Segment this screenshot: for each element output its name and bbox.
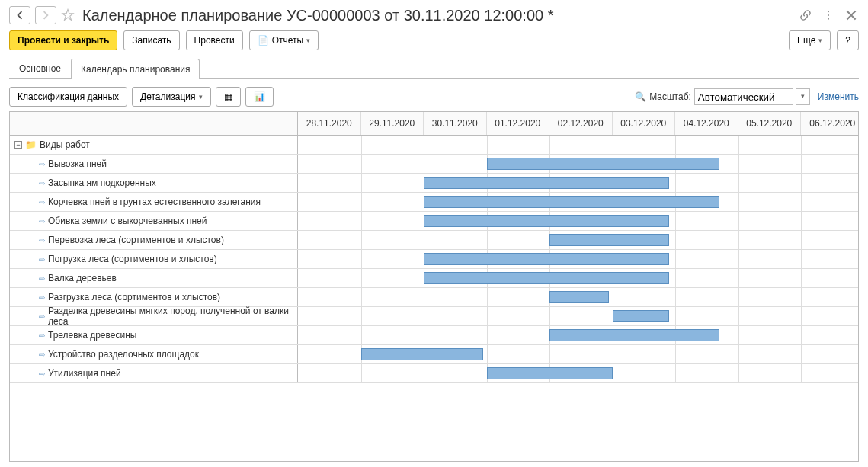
more-icon[interactable] [821, 8, 836, 23]
date-header: 28.11.2020 [298, 112, 361, 135]
link-icon[interactable] [798, 8, 813, 23]
chart-icon: 📊 [254, 91, 265, 102]
task-label: Трелевка древесины [48, 330, 136, 341]
task-row[interactable]: ⇨Корчевка пней в грунтах естественного з… [10, 193, 298, 211]
help-button[interactable]: ? [837, 30, 859, 50]
task-row[interactable]: ⇨Разгрузка леса (сортиментов и хлыстов) [10, 288, 298, 306]
tab-calendar[interactable]: Календарь планирования [71, 59, 200, 79]
star-icon[interactable] [61, 8, 75, 22]
task-row[interactable]: ⇨Погрузка леса (сортиментов и хлыстов) [10, 250, 298, 268]
scale-dropdown[interactable]: ▾ [796, 88, 810, 105]
task-label: Засыпка ям подкоренных [48, 178, 156, 188]
date-header: 01.12.2020 [487, 112, 550, 135]
task-icon: ⇨ [39, 160, 45, 168]
gantt-chart: 28.11.202029.11.202030.11.202001.12.2020… [9, 111, 859, 462]
task-row[interactable]: ⇨Обивка земли с выкорчеванных пней [10, 212, 298, 230]
grid-icon-button[interactable]: ▦ [216, 87, 241, 107]
page-title: Календарное планирование УС-00000003 от … [82, 7, 793, 24]
gantt-bar[interactable] [613, 310, 669, 322]
task-label: Обивка земли с выкорчеванных пней [48, 216, 207, 226]
date-header: 03.12.2020 [613, 112, 676, 135]
task-row[interactable]: ⇨Вывозка пней [10, 155, 298, 173]
task-icon: ⇨ [39, 198, 45, 206]
task-row[interactable]: ⇨Засыпка ям подкоренных [10, 174, 298, 192]
date-header: 04.12.2020 [675, 112, 738, 135]
gantt-bar[interactable] [549, 234, 669, 246]
gantt-bar[interactable] [361, 348, 484, 360]
svg-point-2 [828, 18, 829, 20]
task-label: Валка деревьев [48, 273, 117, 283]
task-row[interactable]: ⇨Трелевка древесины [10, 326, 298, 344]
svg-point-0 [828, 11, 829, 12]
task-icon: ⇨ [39, 312, 45, 321]
tree-header [10, 112, 298, 135]
task-row[interactable]: ⇨Утилизация пней [10, 364, 298, 382]
gantt-bar[interactable] [549, 329, 719, 341]
svg-point-1 [828, 14, 829, 16]
task-row[interactable]: ⇨Перевозка леса (сортиментов и хлыстов) [10, 231, 298, 249]
forward-button[interactable] [35, 6, 56, 24]
task-icon: ⇨ [39, 369, 45, 378]
task-icon: ⇨ [39, 255, 45, 264]
task-label: Перевозка леса (сортиментов и хлыстов) [48, 235, 224, 245]
task-icon: ⇨ [39, 236, 45, 245]
tree-root[interactable]: − 📁 Виды работ [10, 136, 298, 154]
reports-button[interactable]: 📄Отчеты [249, 30, 319, 50]
collapse-icon[interactable]: − [14, 141, 22, 149]
root-label: Виды работ [40, 139, 90, 150]
task-icon: ⇨ [39, 274, 45, 283]
task-label: Устройство разделочных площадок [48, 349, 199, 360]
close-icon[interactable] [844, 8, 859, 23]
submit-close-button[interactable]: Провести и закрыть [9, 30, 117, 50]
zoom-icon[interactable]: 🔍 [635, 91, 646, 102]
task-label: Разгрузка леса (сортиментов и хлыстов) [48, 292, 220, 302]
task-label: Разделка древесины мягких пород, получен… [48, 305, 293, 327]
task-row[interactable]: ⇨Устройство разделочных площадок [10, 345, 298, 363]
date-header: 02.12.2020 [549, 112, 613, 135]
date-header: 29.11.2020 [361, 112, 424, 135]
gantt-bar[interactable] [424, 253, 669, 265]
scale-select[interactable] [694, 88, 793, 105]
task-icon: ⇨ [39, 217, 45, 226]
classify-button[interactable]: Классификация данных [9, 87, 127, 107]
task-icon: ⇨ [39, 179, 45, 187]
gantt-bar[interactable] [487, 367, 613, 379]
report-icon: 📄 [258, 35, 269, 46]
task-label: Погрузка леса (сортиментов и хлыстов) [48, 254, 217, 264]
task-icon: ⇨ [39, 331, 45, 340]
gantt-bar[interactable] [549, 291, 609, 303]
task-row[interactable]: ⇨Валка деревьев [10, 269, 298, 287]
gantt-bar[interactable] [424, 215, 669, 227]
scale-label: Масштаб: [649, 91, 691, 102]
more-button[interactable]: Еще [789, 30, 831, 50]
submit-button[interactable]: Провести [186, 30, 243, 50]
change-link[interactable]: Изменить [818, 91, 859, 102]
save-button[interactable]: Записать [123, 30, 179, 50]
task-row[interactable]: ⇨Разделка древесины мягких пород, получе… [10, 307, 298, 325]
task-label: Утилизация пней [48, 368, 121, 379]
task-icon: ⇨ [39, 293, 45, 302]
date-header: 05.12.2020 [738, 112, 802, 135]
grid-icon: ▦ [224, 91, 232, 102]
detail-button[interactable]: Детализация [132, 87, 210, 107]
gantt-bar[interactable] [424, 196, 719, 208]
gantt-bar[interactable] [424, 177, 669, 189]
back-button[interactable] [9, 6, 30, 24]
folder-icon: 📁 [25, 139, 37, 150]
tab-main[interactable]: Основное [9, 58, 71, 78]
gantt-bar[interactable] [424, 272, 669, 284]
gantt-bar[interactable] [487, 158, 719, 170]
task-icon: ⇨ [39, 350, 45, 359]
chart-icon-button[interactable]: 📊 [245, 87, 274, 107]
date-header: 30.11.2020 [424, 112, 487, 135]
task-label: Корчевка пней в грунтах естественного за… [48, 197, 261, 207]
task-label: Вывозка пней [48, 158, 107, 169]
date-header: 06.12.2020 [801, 112, 864, 135]
